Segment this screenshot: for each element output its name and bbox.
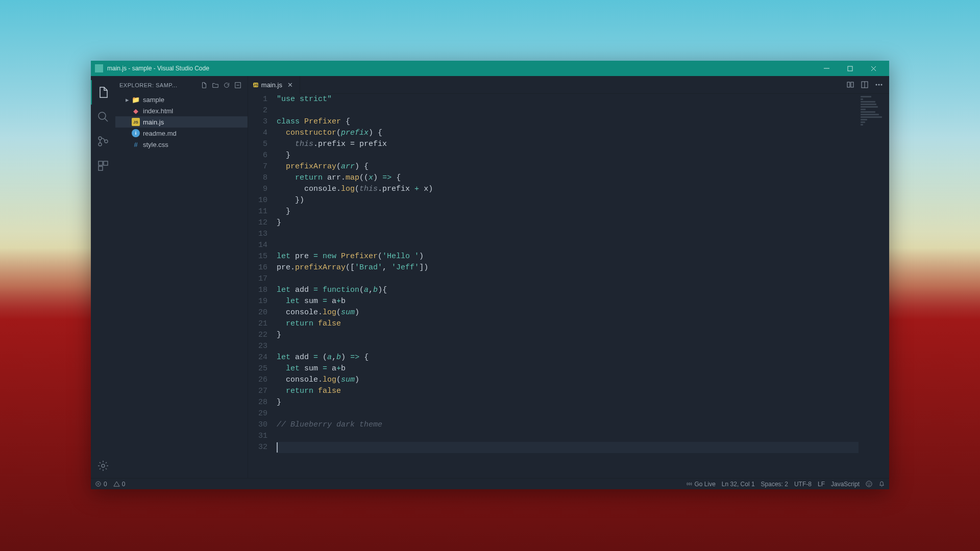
status-line-col[interactable]: Ln 32, Col 1 — [722, 481, 755, 488]
status-bell-icon[interactable] — [878, 481, 885, 487]
file-tree: ▸ 📁 sample ◆ index.html JS main.js i rea… — [115, 94, 248, 150]
status-encoding[interactable]: UTF-8 — [794, 481, 812, 488]
svg-point-1 — [99, 112, 106, 119]
file-style-css[interactable]: # style.css — [115, 139, 248, 150]
explorer-icon[interactable] — [91, 80, 115, 105]
editor-area: JS main.js ✕ 123456789101112131415161718… — [248, 76, 889, 478]
file-main-js[interactable]: JS main.js — [115, 116, 248, 128]
vscode-window: main.js - sample - Visual Studio Code EX… — [91, 61, 889, 489]
status-warnings[interactable]: 0 — [113, 481, 126, 488]
svg-rect-7 — [99, 166, 103, 170]
md-file-icon: i — [132, 129, 140, 137]
window-title: main.js - sample - Visual Studio Code — [107, 65, 815, 72]
file-label: index.html — [143, 107, 173, 115]
extensions-icon[interactable] — [91, 154, 115, 178]
folder-sample[interactable]: ▸ 📁 sample — [115, 94, 248, 105]
refresh-icon[interactable] — [221, 80, 232, 91]
tab-label: main.js — [261, 81, 282, 89]
line-numbers: 1234567891011121314151617181920212223242… — [248, 94, 277, 478]
code-editor[interactable]: 1234567891011121314151617181920212223242… — [248, 94, 889, 478]
titlebar[interactable]: main.js - sample - Visual Studio Code — [91, 61, 889, 76]
source-control-icon[interactable] — [91, 129, 115, 154]
app-icon — [95, 64, 103, 72]
js-file-icon: JS — [253, 83, 258, 87]
svg-point-18 — [866, 481, 872, 487]
svg-point-17 — [688, 483, 690, 485]
tab-bar: JS main.js ✕ — [248, 76, 889, 94]
svg-point-4 — [105, 140, 108, 143]
file-readme-md[interactable]: i readme.md — [115, 128, 248, 139]
status-errors[interactable]: 0 — [95, 481, 107, 488]
file-label: readme.md — [143, 130, 177, 137]
explorer-title: EXPLORER: SAMP... — [119, 82, 199, 88]
svg-point-14 — [878, 84, 880, 86]
close-tab-icon[interactable]: ✕ — [286, 81, 295, 89]
status-bar: 0 0 Go Live Ln 32, Col 1 Spaces: 2 UTF-8… — [91, 478, 889, 489]
js-file-icon: JS — [132, 118, 140, 126]
split-editor-icon[interactable] — [857, 78, 872, 92]
svg-rect-10 — [847, 82, 850, 87]
folder-label: sample — [143, 96, 164, 104]
file-label: main.js — [143, 118, 164, 126]
svg-point-2 — [99, 137, 102, 140]
status-go-live[interactable]: Go Live — [686, 481, 716, 488]
status-spaces[interactable]: Spaces: 2 — [761, 481, 788, 488]
close-button[interactable] — [862, 61, 885, 76]
svg-rect-0 — [848, 66, 852, 71]
compare-changes-icon[interactable] — [843, 78, 857, 92]
svg-point-19 — [868, 483, 868, 484]
sidebar-header: EXPLORER: SAMP... — [115, 76, 248, 94]
tab-main-js[interactable]: JS main.js ✕ — [248, 76, 300, 94]
status-feedback-icon[interactable] — [866, 481, 872, 487]
chevron-right-icon: ▸ — [124, 96, 131, 104]
new-folder-icon[interactable] — [210, 80, 221, 91]
file-index-html[interactable]: ◆ index.html — [115, 105, 248, 116]
svg-point-3 — [99, 143, 102, 146]
minimap[interactable] — [859, 94, 889, 478]
new-file-icon[interactable] — [199, 80, 210, 91]
status-language[interactable]: JavaScript — [831, 481, 860, 488]
folder-icon: 📁 — [132, 95, 140, 104]
maximize-button[interactable] — [838, 61, 862, 76]
svg-rect-11 — [851, 82, 853, 87]
svg-rect-5 — [99, 161, 103, 165]
svg-point-20 — [870, 483, 870, 484]
css-file-icon: # — [132, 140, 140, 148]
svg-rect-6 — [104, 161, 108, 165]
settings-gear-icon[interactable] — [91, 454, 115, 478]
search-icon[interactable] — [91, 105, 115, 129]
svg-point-13 — [876, 84, 877, 86]
activity-bar — [91, 76, 115, 478]
more-actions-icon[interactable] — [872, 78, 886, 92]
status-eol[interactable]: LF — [818, 481, 825, 488]
minimize-button[interactable] — [815, 61, 838, 76]
file-label: style.css — [143, 141, 168, 148]
html-file-icon: ◆ — [132, 107, 140, 115]
collapse-icon[interactable] — [232, 80, 243, 91]
svg-point-15 — [881, 84, 883, 86]
code-content[interactable]: "use strict"class Prefixer { constructor… — [277, 94, 859, 478]
svg-point-8 — [102, 464, 105, 467]
sidebar: EXPLORER: SAMP... ▸ 📁 sample ◆ index.htm… — [115, 76, 248, 478]
